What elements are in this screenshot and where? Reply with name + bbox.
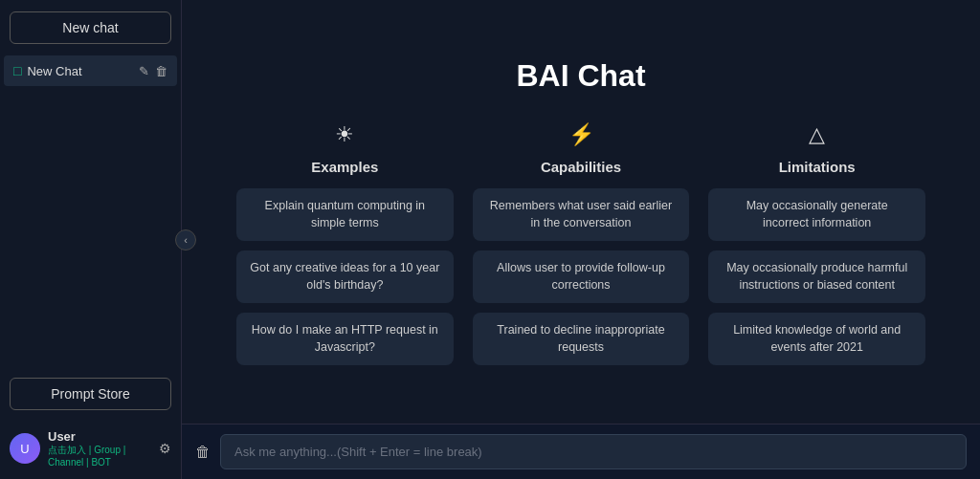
chevron-left-icon: ‹ (184, 234, 188, 246)
main-panel: BAI Chat ☀ExamplesExplain quantum comput… (182, 0, 980, 479)
examples-card-0[interactable]: Explain quantum computing in simple term… (236, 188, 454, 241)
sidebar: New chat □ New Chat ✎ 🗑 Prompt Store U U… (0, 0, 182, 479)
examples-card-2[interactable]: How do I make an HTTP request in Javascr… (236, 313, 454, 365)
user-name: User (48, 429, 151, 444)
column-capabilities: ⚡CapabilitiesRemembers what user said ea… (473, 122, 690, 365)
new-chat-button[interactable]: New chat (10, 11, 171, 44)
user-info: User 点击加入 | Group | Channel | BOT (48, 429, 151, 468)
column-limitations: △LimitationsMay occasionally generate in… (708, 122, 925, 365)
collapse-button[interactable]: ‹ (175, 229, 196, 250)
column-examples: ☀ExamplesExplain quantum computing in si… (236, 122, 454, 365)
chat-item-label: New Chat (27, 64, 133, 78)
avatar: U (10, 433, 40, 464)
limitations-card-1[interactable]: May occasionally produce harmful instruc… (708, 250, 925, 303)
examples-title: Examples (311, 159, 378, 175)
clear-icon[interactable]: 🗑 (195, 444, 211, 461)
chat-icon: □ (13, 63, 21, 78)
limitations-card-2[interactable]: Limited knowledge of world and events af… (708, 313, 925, 365)
capabilities-card-1[interactable]: Allows user to provide follow-up correct… (473, 250, 690, 303)
delete-icon[interactable]: 🗑 (155, 64, 167, 78)
user-bar: U User 点击加入 | Group | Channel | BOT ⚙ (0, 422, 181, 479)
limitations-card-0[interactable]: May occasionally generate incorrect info… (708, 188, 925, 241)
chat-input[interactable] (220, 434, 967, 469)
capabilities-title: Capabilities (541, 159, 621, 175)
user-meta: 点击加入 | Group | Channel | BOT (48, 444, 151, 468)
chat-item[interactable]: □ New Chat ✎ 🗑 (4, 55, 177, 86)
edit-icon[interactable]: ✎ (139, 64, 149, 78)
prompt-store-button[interactable]: Prompt Store (10, 378, 171, 410)
limitations-title: Limitations (779, 159, 856, 175)
input-bar: 🗑 (182, 424, 980, 479)
examples-icon: ☀ (335, 122, 354, 147)
capabilities-card-2[interactable]: Trained to decline inappropriate request… (473, 313, 690, 365)
capabilities-icon: ⚡ (568, 122, 594, 147)
chat-item-actions: ✎ 🗑 (139, 64, 167, 78)
page-title: BAI Chat (516, 58, 645, 94)
settings-icon[interactable]: ⚙ (159, 441, 171, 456)
chat-area: BAI Chat ☀ExamplesExplain quantum comput… (182, 0, 980, 424)
capabilities-card-0[interactable]: Remembers what user said earlier in the … (473, 188, 690, 241)
columns: ☀ExamplesExplain quantum computing in si… (236, 122, 925, 365)
limitations-icon: △ (809, 122, 825, 147)
examples-card-1[interactable]: Got any creative ideas for a 10 year old… (236, 250, 454, 303)
